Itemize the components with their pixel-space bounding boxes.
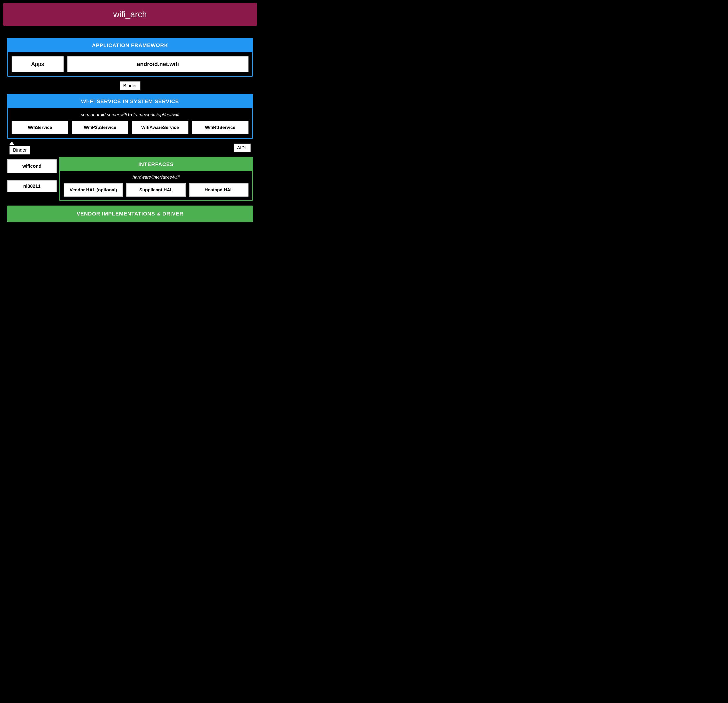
wificond-col: wificond nl80211 bbox=[7, 157, 59, 201]
binder-left-container: Binder bbox=[9, 141, 30, 155]
android-net-wifi-box: android.net.wifi bbox=[67, 56, 248, 72]
wifi-service-section: Wi-Fi SERVICE IN SYSTEM SERVICE com.andr… bbox=[7, 94, 253, 139]
wifi-p2p-service-box: WifiP2pService bbox=[72, 121, 129, 135]
wifi-service-box: WifiService bbox=[12, 121, 68, 135]
nl80211-box: nl80211 bbox=[7, 180, 57, 192]
hal-row: Vendor HAL (optional) Supplicant HAL Hos… bbox=[64, 183, 248, 197]
app-framework-header: APPLICATION FRAMEWORK bbox=[8, 39, 252, 52]
vendor-hal-box: Vendor HAL (optional) bbox=[64, 183, 123, 197]
page-title: wifi_arch bbox=[113, 9, 147, 19]
services-row: WifiService WifiP2pService WifiAwareServ… bbox=[12, 121, 248, 135]
wifi-service-body: com.android.server.wifi in frameworks/op… bbox=[8, 108, 252, 138]
interfaces-header: INTERFACES bbox=[60, 158, 252, 171]
aidl-right-container: AIDL bbox=[234, 143, 251, 152]
title-bar: wifi_arch bbox=[3, 3, 257, 26]
supplicant-hal-box: Supplicant HAL bbox=[126, 183, 186, 197]
aidl-label: AIDL bbox=[234, 143, 251, 152]
binder-center-container: Binder bbox=[7, 81, 253, 90]
interfaces-subtitle: hardware/interfaces/wifi bbox=[64, 175, 248, 180]
lower-section: wificond nl80211 INTERFACES hardware/int… bbox=[7, 157, 253, 201]
hostapd-hal-box: Hostapd HAL bbox=[189, 183, 248, 197]
arrow-up-icon bbox=[9, 142, 14, 145]
binder-label-center: Binder bbox=[120, 81, 140, 90]
interfaces-section: INTERFACES hardware/interfaces/wifi Vend… bbox=[59, 157, 253, 201]
app-framework-section: APPLICATION FRAMEWORK Apps android.net.w… bbox=[7, 38, 253, 77]
app-framework-body: Apps android.net.wifi bbox=[8, 52, 252, 76]
interfaces-body: hardware/interfaces/wifi Vendor HAL (opt… bbox=[60, 171, 252, 200]
wifi-aware-service-box: WifiAwareService bbox=[132, 121, 188, 135]
wificond-box: wificond bbox=[7, 159, 57, 173]
between-row: Binder AIDL bbox=[7, 141, 253, 155]
wifi-service-subtitle: com.android.server.wifi in frameworks/op… bbox=[12, 112, 248, 117]
apps-row: Apps android.net.wifi bbox=[12, 56, 248, 72]
wifi-rtt-service-box: WifiRttService bbox=[192, 121, 248, 135]
apps-box: Apps bbox=[12, 56, 64, 72]
vendor-section: VENDOR IMPLEMENTATIONS & DRIVER bbox=[7, 205, 253, 222]
binder-label-left: Binder bbox=[9, 146, 30, 155]
wifi-service-header: Wi-Fi SERVICE IN SYSTEM SERVICE bbox=[8, 95, 252, 108]
